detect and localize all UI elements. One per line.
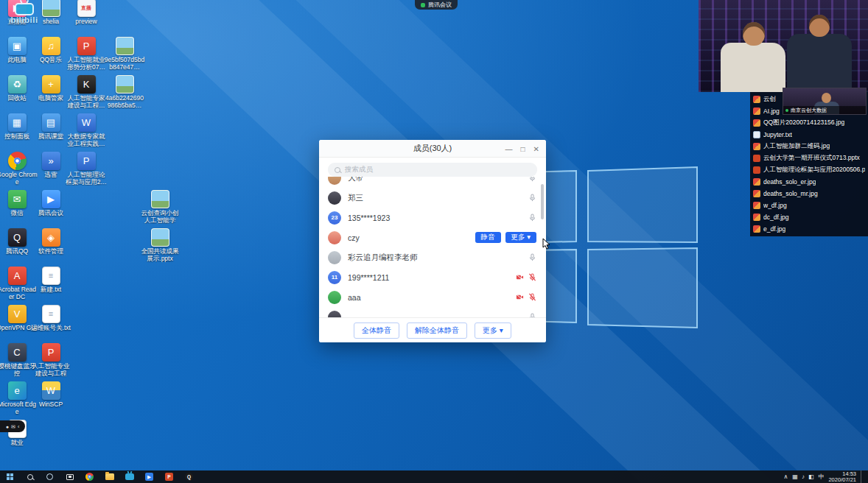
action-center-edge[interactable] (861, 470, 864, 483)
avatar (328, 251, 341, 264)
member-name: 彩云追月编程李老师 (348, 253, 528, 263)
app-icon: ♻ (8, 75, 27, 94)
tray-expand-caret[interactable]: ∧ (783, 474, 788, 480)
desktop-icon[interactable]: ≡ 新建.txt (29, 264, 72, 302)
chrome-taskbar-icon[interactable] (80, 470, 99, 483)
desktop-icon[interactable]: P 人工智能就业形势分析07… (65, 34, 108, 72)
member-more-button[interactable]: 更多 ▾ (505, 232, 536, 243)
stream-toolbar-icon[interactable]: ‹ (18, 424, 19, 429)
member-name: 199****1211 (348, 273, 516, 282)
app-icon: + (42, 75, 60, 94)
cortana-button[interactable] (40, 470, 60, 483)
member-name: 135****1923 (348, 214, 528, 222)
mic-icon (528, 293, 536, 301)
stream-toolbar-icon[interactable]: ● (6, 424, 9, 429)
file-item[interactable]: deaths_solo_er.jpg (750, 176, 868, 188)
desktop-icon[interactable]: K 人工智能专家建设与工程… (65, 72, 108, 110)
desktop-icon-label: 腾讯会议 (30, 210, 71, 217)
desktop-icon[interactable]: W WinSCP (29, 378, 72, 417)
file-item[interactable]: Jupyter.txt (750, 129, 868, 141)
task-view-button[interactable] (60, 470, 80, 483)
member-name: czy (348, 233, 475, 242)
mute-button[interactable]: 静音 (475, 232, 501, 243)
stream-toolbar-pill[interactable]: ●✉‹ (0, 420, 25, 432)
file-item[interactable]: deaths_solo_mr.jpg (750, 188, 868, 200)
desktop-icon[interactable]: 4a6b2242690986b5ba5… (103, 72, 146, 110)
footer-more-button[interactable]: 更多 ▾ (475, 322, 511, 339)
file-item[interactable]: 云创大学第一期开班仪式0713.pptx (750, 152, 868, 164)
desktop-icon[interactable]: ≡ 运维账号关.txt (29, 302, 72, 340)
file-item[interactable]: e_df.jpg (750, 223, 868, 235)
member-row[interactable] (319, 307, 546, 317)
bilibili-wordmark: bilibili (1, 15, 47, 24)
start-button[interactable] (0, 470, 20, 483)
mic-icon (528, 273, 536, 281)
desktop-icon[interactable]: 9e5bf507d5bdb847e47… (103, 34, 146, 72)
member-row[interactable]: 大帝 (319, 177, 546, 188)
scrollbar-thumb[interactable] (541, 184, 544, 219)
file-item[interactable]: 人工智能加群二维码.jpg (750, 141, 868, 152)
person-right-body (787, 34, 852, 92)
self-view-thumbnail[interactable]: 南京云创大数据 (783, 88, 867, 115)
desktop-icon-label: WinSCP (30, 401, 71, 409)
file-explorer-taskbar-icon[interactable] (99, 470, 119, 483)
member-row[interactable]: 彩云追月编程李老师 (319, 247, 546, 267)
share-banner-label: 腾讯会议 (428, 1, 452, 9)
share-status-icon (421, 3, 425, 7)
file-item[interactable]: 人工智能理论框架与应用20200506.pptx (750, 164, 868, 176)
file-item[interactable]: w_df.jpg (750, 200, 868, 211)
bilibili-taskbar-icon[interactable] (119, 470, 139, 483)
minimize-button[interactable]: — (505, 145, 513, 153)
desktop-icon[interactable]: ◈ 软件管理 (29, 225, 72, 264)
desktop-icon[interactable]: 直播 preview (65, 0, 108, 34)
close-button[interactable]: ✕ (533, 145, 539, 153)
taskbar-clock[interactable]: 14:53 2020/07/21 (828, 471, 856, 483)
member-search-input[interactable]: 搜索成员 (328, 163, 537, 177)
tray-icon[interactable]: ◧ (808, 474, 814, 480)
person-left-body (721, 43, 785, 92)
maximize-button[interactable]: □ (521, 145, 525, 153)
file-item[interactable]: QQ图片20200714123156.jpg (750, 117, 868, 129)
member-row[interactable]: 郑三 (319, 188, 546, 208)
file-type-icon (753, 107, 760, 115)
app-icon: e (8, 381, 27, 400)
clock-date: 2020/07/21 (828, 477, 856, 483)
desktop-icon[interactable]: 云创查询小创人工智能学院… (139, 187, 181, 225)
powerpoint-taskbar-icon[interactable]: P (159, 470, 179, 483)
dialog-titlebar[interactable]: 成员(30人) — □ ✕ (319, 140, 546, 158)
app-icon: K (77, 75, 96, 94)
media-player-taskbar-icon[interactable]: ▶ (139, 470, 159, 483)
app-icon: ▤ (42, 113, 60, 132)
app-icon: A (8, 267, 27, 285)
member-row[interactable]: aaa (319, 287, 546, 307)
screen-share-banner[interactable]: 腾讯会议 (415, 0, 458, 10)
app-icon: ▣ (8, 37, 27, 55)
image-file-icon (116, 37, 134, 55)
desktop-icon-label: 人工智能就业形势分析07… (66, 57, 107, 71)
desktop-icon[interactable]: 全国共读成果展示.pptx (139, 225, 181, 264)
desktop-icon-label: 就业 (0, 440, 38, 447)
desktop-icon-label: 人工智能专家建设与工程… (66, 95, 107, 109)
image-file-icon (116, 75, 134, 94)
tray-icon[interactable]: ▦ (792, 474, 798, 480)
file-type-icon (753, 96, 760, 103)
taskbar-search-button[interactable] (20, 470, 40, 483)
webcam-video[interactable] (699, 0, 868, 92)
input-method-indicator[interactable]: 中 (818, 474, 824, 480)
tray-icon[interactable]: ♪ (802, 474, 805, 480)
desktop-icon[interactable]: P 人工智能理论框架与应用2… (65, 149, 108, 187)
member-row[interactable]: 11 199****1211 (319, 267, 546, 287)
stream-toolbar-icon[interactable]: ✉ (11, 424, 15, 429)
member-row[interactable]: 23 135****1923 (319, 208, 546, 228)
bilibili-tv-icon (15, 3, 34, 15)
camera-off-icon (516, 293, 524, 301)
bilibili-watermark: bilibili (1, 3, 47, 24)
mute-all-button[interactable]: 全体静音 (354, 322, 399, 339)
file-item[interactable]: dc_df.jpg (750, 211, 868, 223)
member-row[interactable]: czy 静音 更多 ▾ (319, 228, 546, 247)
desktop-icon[interactable]: ▶ 腾讯会议 (29, 187, 72, 225)
desktop-icon[interactable]: P 人工智能专业建设与工程 (29, 340, 72, 378)
qq-taskbar-icon[interactable]: Q (179, 470, 199, 483)
unmute-all-button[interactable]: 解除全体静音 (407, 322, 467, 339)
desktop-icon[interactable]: W 大数据专家就业工程实践… (65, 110, 108, 149)
